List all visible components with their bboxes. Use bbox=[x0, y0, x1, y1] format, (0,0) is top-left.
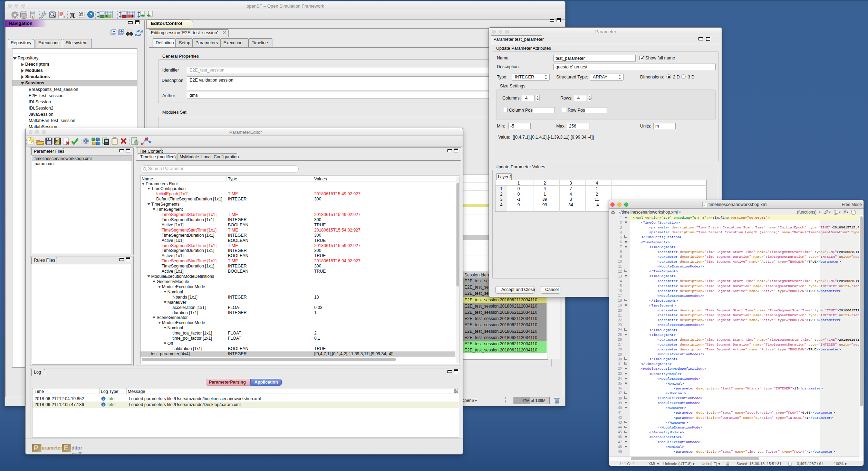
svg-text:w: w bbox=[703, 204, 705, 207]
svg-text:π: π bbox=[70, 10, 75, 20]
svg-text:?: ? bbox=[89, 12, 92, 17]
